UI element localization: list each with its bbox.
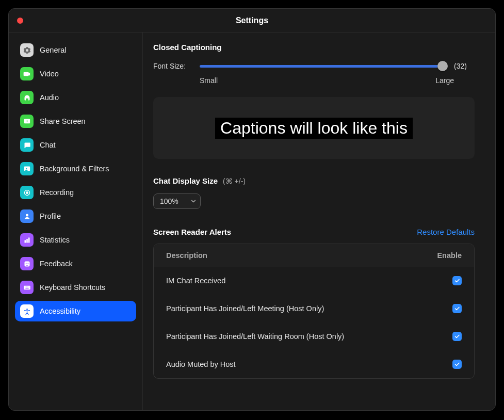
record-icon <box>20 186 34 199</box>
settings-window: Settings GeneralVideoAudioShare ScreenCh… <box>8 8 496 411</box>
svg-point-18 <box>26 308 28 310</box>
slider-endpoints: Small Large <box>200 76 454 85</box>
font-size-slider[interactable] <box>200 61 447 71</box>
caption-preview: Captions will look like this <box>153 97 475 159</box>
enable-checkbox[interactable] <box>452 360 462 369</box>
main-panel: Closed Captioning Font Size: (32) Small … <box>143 33 495 410</box>
chat-display-size-header: Chat Display Size (⌘ +/-) <box>153 176 475 185</box>
alerts-table-header: Description Enable <box>154 244 474 267</box>
alerts-row-enable <box>431 304 462 313</box>
sidebar-item-video[interactable]: Video <box>15 63 136 84</box>
svg-rect-12 <box>24 285 30 289</box>
chevron-down-icon <box>191 197 196 205</box>
sidebar-item-general[interactable]: General <box>15 40 136 60</box>
sidebar-item-label: Statistics <box>40 236 70 244</box>
sidebar-item-audio[interactable]: Audio <box>15 87 136 108</box>
sidebar-item-label: Share Screen <box>40 117 86 125</box>
alerts-row: IM Chat Received <box>154 267 474 295</box>
sidebar-item-statistics[interactable]: Statistics <box>15 230 136 250</box>
window-body: GeneralVideoAudioShare ScreenChatBackgro… <box>9 33 495 410</box>
caption-preview-text: Captions will look like this <box>215 118 413 139</box>
alerts-row-enable <box>431 332 462 341</box>
svg-rect-14 <box>26 286 26 287</box>
enable-checkbox[interactable] <box>452 332 462 341</box>
enable-checkbox[interactable] <box>452 276 462 285</box>
chat-display-size-select[interactable]: 100% <box>153 193 201 209</box>
window-title: Settings <box>9 16 495 25</box>
closed-captioning-title: Closed Captioning <box>153 43 475 52</box>
sidebar-item-label: Keyboard Shortcuts <box>40 283 105 292</box>
alerts-table: Description Enable IM Chat ReceivedParti… <box>153 244 475 379</box>
svg-rect-15 <box>27 286 28 287</box>
headphones-icon <box>20 91 34 104</box>
gear-icon <box>20 43 34 57</box>
sidebar-item-label: Recording <box>40 188 74 197</box>
svg-rect-17 <box>25 288 28 288</box>
sidebar-item-label: General <box>40 46 67 54</box>
chat-display-size-value: 100% <box>160 197 178 205</box>
keyboard-icon <box>20 281 34 294</box>
sidebar-item-profile[interactable]: Profile <box>15 206 136 227</box>
alerts-row-description: Participant Has Joined/Left Waiting Room… <box>166 332 431 341</box>
svg-rect-7 <box>26 239 28 243</box>
accessibility-icon <box>20 304 34 318</box>
sidebar-item-label: Background & Filters <box>40 165 109 173</box>
alerts-row: Audio Muted by Host <box>154 350 474 378</box>
sidebar-item-recording[interactable]: Recording <box>15 182 136 203</box>
sidebar-item-chat[interactable]: Chat <box>15 135 136 155</box>
alerts-row-description: IM Chat Received <box>166 277 431 285</box>
window-controls <box>17 18 23 24</box>
sidebar-item-background-filters[interactable]: Background & Filters <box>15 158 136 179</box>
titlebar: Settings <box>9 9 495 33</box>
slider-max-label: Large <box>435 76 454 85</box>
alerts-row-enable <box>431 360 462 369</box>
chat-icon <box>20 138 34 152</box>
share-screen-icon <box>20 115 34 128</box>
slider-min-label: Small <box>200 76 218 85</box>
sidebar-item-label: Profile <box>40 212 61 220</box>
video-icon <box>20 67 34 80</box>
alerts-col-description: Description <box>166 251 431 260</box>
alerts-row: Participant Has Joined/Left Waiting Room… <box>154 322 474 350</box>
sidebar-item-accessibility[interactable]: Accessibility <box>15 301 136 321</box>
slider-track <box>200 65 447 68</box>
sidebar-item-share-screen[interactable]: Share Screen <box>15 111 136 132</box>
font-size-row: Font Size: (32) <box>153 61 475 71</box>
close-window-button[interactable] <box>17 18 23 24</box>
svg-point-2 <box>26 168 27 169</box>
restore-defaults-button[interactable]: Restore Defaults <box>417 228 475 236</box>
enable-checkbox[interactable] <box>452 304 462 313</box>
profile-icon <box>20 209 34 223</box>
sidebar-item-feedback[interactable]: Feedback <box>15 253 136 274</box>
slider-thumb[interactable] <box>437 61 448 71</box>
screen-reader-alerts-header: Screen Reader Alerts Restore Defaults <box>153 228 475 236</box>
svg-rect-16 <box>28 286 29 287</box>
sidebar-item-label: Feedback <box>40 260 73 268</box>
sidebar-item-label: Video <box>40 70 59 78</box>
font-size-label: Font Size: <box>153 62 192 70</box>
sidebar-item-label: Audio <box>40 93 59 102</box>
svg-rect-8 <box>28 237 30 243</box>
chat-display-size-shortcut: (⌘ +/-) <box>223 177 246 185</box>
font-size-value: (32) <box>454 62 475 70</box>
sidebar-item-label: Accessibility <box>40 307 80 315</box>
svg-rect-13 <box>25 286 25 287</box>
svg-point-4 <box>26 191 28 194</box>
screen-reader-alerts-title: Screen Reader Alerts <box>153 228 231 236</box>
alerts-row: Participant Has Joined/Left Meeting (Hos… <box>154 295 474 322</box>
svg-rect-6 <box>24 240 26 243</box>
svg-point-11 <box>27 263 28 264</box>
sidebar: GeneralVideoAudioShare ScreenChatBackgro… <box>9 33 143 410</box>
sidebar-item-keyboard-shortcuts[interactable]: Keyboard Shortcuts <box>15 277 136 298</box>
alerts-row-enable <box>431 276 462 285</box>
alerts-col-enable: Enable <box>431 251 462 260</box>
svg-point-5 <box>26 214 28 216</box>
sidebar-item-label: Chat <box>40 141 56 149</box>
svg-point-10 <box>25 263 26 264</box>
alerts-row-description: Participant Has Joined/Left Meeting (Hos… <box>166 304 431 313</box>
statistics-icon <box>20 233 34 247</box>
chat-display-size-title: Chat Display Size <box>153 176 218 185</box>
feedback-icon <box>20 257 34 270</box>
background-icon <box>20 162 34 175</box>
alerts-row-description: Audio Muted by Host <box>166 360 431 368</box>
